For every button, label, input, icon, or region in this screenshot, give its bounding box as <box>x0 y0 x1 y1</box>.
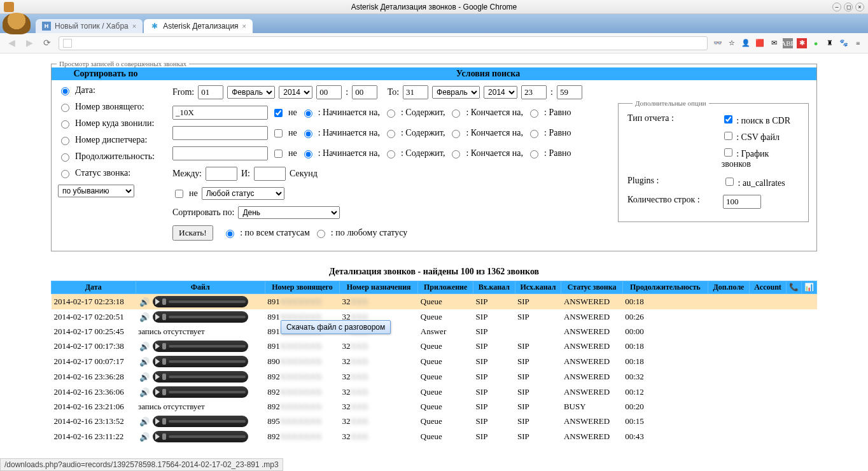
callee-equals-radio[interactable] <box>530 130 538 138</box>
sort-date-radio[interactable]: Дата: <box>58 85 166 95</box>
download-audio-icon[interactable]: 🔊 <box>138 342 151 352</box>
callee-input[interactable] <box>172 126 268 140</box>
caller-input[interactable] <box>172 106 268 120</box>
column-header[interactable]: Продолжительность <box>622 281 708 294</box>
from-year-select[interactable]: 2014 <box>279 86 312 99</box>
sort-by-select[interactable]: День <box>238 206 340 219</box>
caller-ends-radio[interactable] <box>452 109 460 118</box>
status-select[interactable]: Любой статус <box>202 187 284 200</box>
ext-flag-icon[interactable]: 🟥 <box>755 38 765 48</box>
audio-player[interactable] <box>153 296 248 307</box>
csv-checkbox[interactable]: : CSV файл <box>722 130 799 143</box>
column-header[interactable]: Вх.канал <box>473 281 515 294</box>
dispatcher-ends-radio[interactable] <box>452 150 460 158</box>
ext-abp-icon[interactable]: ABP <box>783 38 793 48</box>
caller-contains-radio[interactable] <box>387 109 395 118</box>
audio-player[interactable] <box>153 341 248 352</box>
download-audio-icon[interactable]: 🔊 <box>138 417 151 427</box>
reload-button[interactable]: ⟳ <box>41 37 53 50</box>
ext-paw-icon[interactable]: 🐾 <box>839 38 849 48</box>
status-not-checkbox[interactable] <box>175 190 183 198</box>
dispatcher-starts-radio[interactable] <box>304 150 312 158</box>
audio-player[interactable] <box>153 356 248 367</box>
callee-ends-radio[interactable] <box>452 130 460 138</box>
back-button[interactable]: ◀ <box>5 37 18 50</box>
ext-icon[interactable]: ♜ <box>825 38 835 48</box>
audio-player[interactable] <box>153 371 248 383</box>
caller-not-checkbox[interactable] <box>274 109 283 117</box>
to-month-select[interactable]: Февраль <box>432 86 480 99</box>
minimize-button[interactable]: – <box>832 3 841 11</box>
column-header[interactable]: Исх.канал <box>515 281 561 294</box>
ext-mail-icon[interactable]: ✉ <box>769 38 779 48</box>
sort-dispatcher-radio[interactable]: Номер диспетчера: <box>58 135 166 145</box>
to-hour-input[interactable] <box>521 85 547 99</box>
address-bar[interactable] <box>59 36 708 50</box>
ext-red-icon[interactable]: ✱ <box>797 38 807 48</box>
maximize-button[interactable]: ◻ <box>844 3 853 11</box>
column-header[interactable]: Доп.поле <box>708 281 749 294</box>
to-day-input[interactable] <box>403 85 428 99</box>
callee-contains-radio[interactable] <box>387 130 395 138</box>
from-month-select[interactable]: Февраль <box>227 86 275 99</box>
audio-player[interactable] <box>153 431 248 442</box>
callee-starts-radio[interactable] <box>304 130 312 138</box>
caller-equals-radio[interactable] <box>530 109 538 118</box>
column-header[interactable]: Файл <box>136 281 265 294</box>
download-audio-icon[interactable]: 🔊 <box>138 357 151 367</box>
from-hour-input[interactable] <box>316 85 342 99</box>
download-audio-icon[interactable]: 🔊 <box>138 388 151 398</box>
audio-player[interactable] <box>153 311 248 323</box>
column-header[interactable]: Статус звонка <box>561 281 622 294</box>
callee-not-checkbox[interactable] <box>274 129 283 137</box>
duration-from-input[interactable] <box>206 167 237 181</box>
column-header[interactable]: Дата <box>52 281 136 294</box>
sort-callee-radio[interactable]: Номер куда звонили: <box>58 118 166 129</box>
caller-starts-radio[interactable] <box>304 109 312 118</box>
dispatcher-contains-radio[interactable] <box>387 150 395 158</box>
sort-order-select[interactable]: по убыванию <box>58 185 134 197</box>
close-tab-icon[interactable]: × <box>132 22 136 30</box>
to-minute-input[interactable] <box>557 85 582 99</box>
cdr-checkbox[interactable]: : поиск в CDR <box>722 113 799 126</box>
close-window-button[interactable]: × <box>855 3 864 11</box>
chart-checkbox[interactable]: : График звонков <box>722 146 799 169</box>
to-year-select[interactable]: 2014 <box>484 86 517 99</box>
from-minute-input[interactable] <box>352 85 377 99</box>
tab-active[interactable]: ✱ Asterisk Детализация × <box>144 19 253 33</box>
download-audio-icon[interactable]: 🔊 <box>138 432 151 442</box>
column-header[interactable]: Account <box>749 281 786 294</box>
download-audio-icon[interactable]: 🔊 <box>138 297 151 307</box>
dispatcher-equals-radio[interactable] <box>530 150 538 158</box>
column-header[interactable]: Номер звонящего <box>265 281 339 294</box>
au-callrates-checkbox[interactable]: : au_callrates <box>723 176 785 188</box>
rows-count-input[interactable] <box>723 195 761 209</box>
audio-player[interactable] <box>153 416 248 427</box>
sort-caller-radio[interactable]: Номер звонящего: <box>58 102 166 112</box>
dispatcher-input[interactable] <box>172 146 268 160</box>
duration-to-input[interactable] <box>254 167 286 181</box>
column-header[interactable]: Приложение <box>418 281 473 294</box>
ext-mask-icon[interactable]: 👤 <box>741 38 751 48</box>
column-header[interactable]: Номер назначения <box>340 281 418 294</box>
close-tab-icon[interactable]: × <box>242 22 246 30</box>
all-statuses-radio[interactable] <box>226 230 234 238</box>
cell-duration: 00:32 <box>622 369 708 384</box>
sort-duration-radio[interactable]: Продолжительность: <box>58 151 166 162</box>
download-audio-icon[interactable]: 🔊 <box>138 372 151 383</box>
export-icon[interactable]: 📊 <box>802 281 817 294</box>
ext-icon[interactable]: ☆ <box>727 38 737 48</box>
audio-player[interactable] <box>153 386 248 398</box>
any-status-radio[interactable] <box>317 230 325 238</box>
search-button[interactable]: Искать! <box>172 225 213 241</box>
from-day-input[interactable] <box>198 85 223 99</box>
download-audio-icon[interactable]: 🔊 <box>138 313 151 323</box>
ext-green-icon[interactable]: ● <box>811 38 821 48</box>
menu-icon[interactable]: ≡ <box>853 38 863 48</box>
tab-inactive[interactable]: H Новый топик / Хабра × <box>36 19 143 33</box>
sort-status-radio[interactable]: Статус звонка: <box>58 168 166 178</box>
forward-button[interactable]: ▶ <box>23 37 36 50</box>
dispatcher-not-checkbox[interactable] <box>274 150 283 158</box>
ext-icon[interactable]: 👓 <box>713 38 723 48</box>
phone-icon[interactable]: 📞 <box>787 281 802 294</box>
